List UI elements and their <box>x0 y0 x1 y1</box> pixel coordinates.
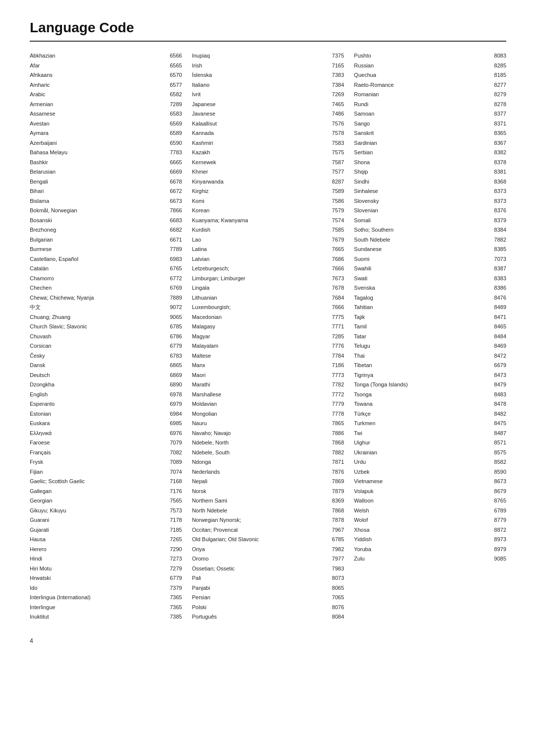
list-item: Chechen6769 <box>30 284 182 292</box>
language-code: 6983 <box>164 255 182 263</box>
list-item: Kurdish7585 <box>192 226 344 234</box>
language-code: 8084 <box>326 613 344 621</box>
language-code: 6569 <box>164 120 182 128</box>
language-name: Komi <box>192 197 327 205</box>
list-item: Yiddish8973 <box>354 535 506 544</box>
language-name: Quechua <box>354 71 488 79</box>
page-number: 4 <box>30 637 506 644</box>
language-code: 8378 <box>488 158 506 167</box>
language-code: 6673 <box>164 197 182 205</box>
list-item: Azerbaijani6590 <box>30 139 182 147</box>
language-name: Gikuyu; Kikuyu <box>30 506 164 515</box>
language-code: 6590 <box>164 139 182 147</box>
language-name: Estonian <box>30 410 164 418</box>
language-code: 7565 <box>164 497 182 505</box>
language-name: Esperanto <box>30 400 164 408</box>
language-name: Nederlands <box>192 468 327 476</box>
list-item: Hiri Motu7279 <box>30 565 182 573</box>
language-table: Abkhazian6566Afar6565Afrikaans6570Amhari… <box>30 52 506 623</box>
list-item: Estonian6984 <box>30 410 182 418</box>
language-name: Old Bulgarian; Old Slavonic <box>192 535 327 544</box>
list-item: Dansk6865 <box>30 361 182 370</box>
language-name: Gallegan <box>30 487 164 496</box>
language-name: Marathi <box>192 380 327 389</box>
language-name: Polski <box>192 603 327 612</box>
language-name: Ndonga <box>192 458 327 466</box>
language-code: 7379 <box>164 584 182 592</box>
language-name: Pushto <box>354 52 488 60</box>
language-code: 7782 <box>326 380 344 389</box>
language-name: Belarusian <box>30 168 164 176</box>
language-code: 7176 <box>164 487 182 496</box>
language-name: Zulu <box>354 555 488 563</box>
list-item: Moldavian7779 <box>192 400 344 408</box>
language-code: 8278 <box>488 100 506 109</box>
language-code: 6589 <box>164 129 182 137</box>
language-code: 8779 <box>488 516 506 524</box>
language-code: 8575 <box>488 448 506 457</box>
list-item: Burmese7789 <box>30 245 182 253</box>
language-name: Uighur <box>354 439 488 447</box>
language-name: Maltese <box>192 352 327 360</box>
language-name: Oriya <box>192 545 327 554</box>
list-item: Italiano7384 <box>192 81 344 89</box>
language-name: Sango <box>354 120 488 128</box>
language-name: Yoruba <box>354 545 488 554</box>
language-code: 7185 <box>164 526 182 534</box>
language-code: 7869 <box>326 477 344 486</box>
language-code: 8377 <box>488 110 506 118</box>
list-item: Bokmål, Norwegian7866 <box>30 206 182 215</box>
list-item: Old Bulgarian; Old Slavonic6785 <box>192 535 344 544</box>
language-name: Chuang; Zhuang <box>30 313 164 321</box>
language-name: Javanese <box>192 110 327 118</box>
language-code: 7585 <box>326 226 344 234</box>
language-name: Swahili <box>354 264 488 273</box>
list-item: Quechua8185 <box>354 71 506 79</box>
language-code: 7868 <box>326 439 344 447</box>
language-code: 7365 <box>164 603 182 612</box>
language-code: 7878 <box>326 516 344 524</box>
list-item: Sinhalese8373 <box>354 187 506 195</box>
language-code: 7073 <box>488 255 506 263</box>
language-name: Northern Sami <box>192 497 327 505</box>
list-item: Français7082 <box>30 448 182 457</box>
language-name: Raeto-Romance <box>354 81 488 89</box>
language-code: 6769 <box>164 284 182 292</box>
language-name: Wolof <box>354 516 488 524</box>
language-name: Arabic <box>30 90 164 99</box>
language-code: 8582 <box>488 458 506 466</box>
language-code: 6789 <box>488 506 506 515</box>
language-code: 8382 <box>488 148 506 157</box>
language-code: 7089 <box>164 458 182 466</box>
language-name: Inuktitut <box>30 613 164 621</box>
language-name: Azerbaijani <box>30 139 164 147</box>
language-code: 8386 <box>488 284 506 292</box>
language-code: 6985 <box>164 419 182 428</box>
list-item: Marshallese7772 <box>192 390 344 399</box>
language-name: Interlingua (International) <box>30 593 164 602</box>
language-name: Walloon <box>354 497 488 505</box>
list-item: Amharic6577 <box>30 81 182 89</box>
language-code: 7679 <box>326 236 344 244</box>
language-code: 8073 <box>326 574 344 582</box>
language-code: 7882 <box>326 448 344 457</box>
language-code: 9065 <box>164 313 182 321</box>
list-item: Svenska8386 <box>354 284 506 292</box>
list-item: Turkmen8475 <box>354 419 506 428</box>
list-item: Pali8073 <box>192 574 344 582</box>
language-name: Pali <box>192 574 327 582</box>
language-name: Hausa <box>30 535 164 544</box>
list-item: Slovenian8376 <box>354 206 506 215</box>
language-code: 8479 <box>488 380 506 389</box>
language-name: Tonga (Tonga Islands) <box>354 380 488 389</box>
list-item: Japanese7465 <box>192 100 344 109</box>
language-code: 7273 <box>164 555 182 563</box>
language-name: Ndebele, South <box>192 448 327 457</box>
list-item: Rundi8278 <box>354 100 506 109</box>
language-code: 8371 <box>488 120 506 128</box>
list-item: Marathi7782 <box>192 380 344 389</box>
language-code: 7186 <box>326 361 344 370</box>
language-name: Dansk <box>30 361 164 370</box>
language-name: Nepali <box>192 477 327 486</box>
list-item: Bengali6678 <box>30 178 182 186</box>
